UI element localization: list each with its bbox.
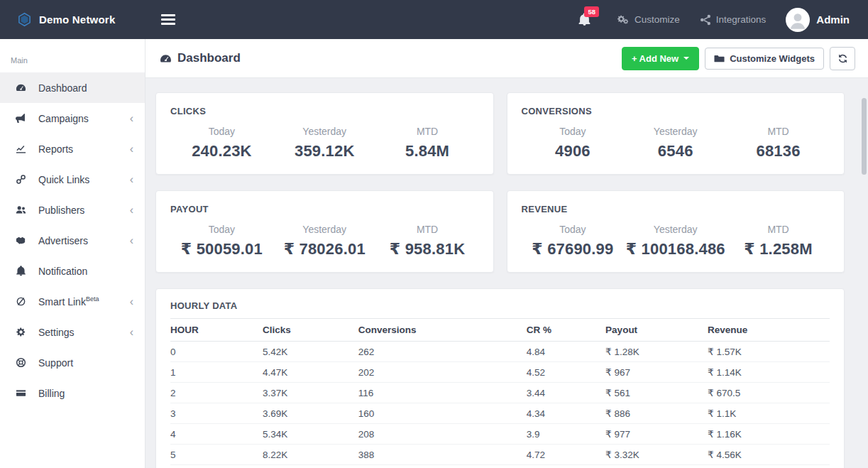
users-icon [15,205,27,215]
bell-icon [15,266,27,276]
customize-link[interactable]: Customize [617,14,680,25]
stat-col-today: Today₹ 67690.99 [522,224,625,259]
table-cell: 202 [358,362,527,383]
table-cell: ₹ 977 [605,424,708,445]
stat-card-title: CLICKS [170,106,479,116]
sidebar-item-smart-link[interactable]: Smart LinkBeta‹ [0,286,145,317]
add-new-button[interactable]: + Add New [622,47,699,70]
table-body: 05.42K2624.84₹ 1.28K₹ 1.57K14.47K2024.52… [170,342,830,468]
sidebar-item-reports[interactable]: Reports‹ [0,134,145,164]
column-header-payout: Payout [605,319,708,342]
table-cell: 262 [358,342,527,362]
notifications-button[interactable]: 58 [578,13,591,26]
sidebar-item-settings[interactable]: Settings‹ [0,317,145,347]
table-cell: 5.42K [263,342,358,362]
table-cell: 388 [358,445,527,465]
table-row: 58.22K3884.72₹ 3.32K₹ 4.56K [170,445,830,465]
stat-label: Yesterday [273,126,376,137]
column-header-conversions: Conversions [358,319,527,342]
gear-icon [15,327,27,337]
sidebar-item-support[interactable]: Support [0,347,145,378]
refresh-button[interactable] [830,47,855,70]
user-menu[interactable]: Admin [786,8,850,32]
sidebar-item-advertisers[interactable]: Advertisers‹ [0,225,145,256]
stat-col-yesterday: Yesterday6546 [624,126,727,160]
table-cell: 5 [170,445,263,465]
stat-value: ₹ 78026.01 [273,240,376,259]
table-cell: ₹ 561 [605,383,708,403]
stat-value: ₹ 100168.486 [624,240,727,259]
stat-col-mtd: MTD₹ 958.81K [376,224,479,259]
column-header-revenue: Revenue [708,319,830,342]
main: Dashboard + Add New Customize Widgets [145,39,868,468]
sidebar-item-label: Advertisers [38,235,88,246]
table-cell: 3.37K [263,383,358,403]
table-cell: 3.44 [527,383,605,403]
table-cell: 116 [358,383,527,403]
lifering-icon [15,357,27,368]
table-cell: 4.34 [527,403,605,424]
integrations-link[interactable]: Integrations [700,14,767,26]
table-cell: 0 [170,342,263,362]
table-cell: ₹ 1.14K [708,362,830,383]
menu-toggle-icon[interactable] [157,10,180,29]
table-cell: 208 [358,424,527,445]
stat-value: ₹ 958.81K [376,240,479,259]
sidebar-item-dashboard[interactable]: Dashboard [0,72,145,103]
scrollbar-thumb[interactable] [862,98,867,175]
table-cell: ₹ 1.57K [708,342,830,362]
table-cell: 8.22K [263,445,358,465]
sidebar-item-billing[interactable]: Billing [0,378,145,408]
table-cell: ₹ 967 [605,362,708,383]
stat-label: Yesterday [624,126,727,137]
chevron-left-icon: ‹ [130,205,133,216]
sidebar-item-quick-links[interactable]: Quick Links‹ [0,164,145,195]
hourly-data-title: HOURLY DATA [170,300,830,311]
stat-col-today: Today₹ 50059.01 [170,224,273,259]
brand[interactable]: Demo Network [0,12,145,27]
table-row: 14.47K2024.52₹ 967₹ 1.14K [170,362,830,383]
table-cell: ₹ 886 [605,403,708,424]
sidebar-item-label: Smart LinkBeta [38,295,99,308]
sidebar-item-notification[interactable]: Notification [0,256,145,286]
navbar-right: 58 Customize Integrations Admin [578,8,868,32]
sidebar-item-label: Campaigns [38,113,89,124]
table-cell: 21.2K [263,465,358,468]
table-cell: ₹ 2.23K [708,465,830,468]
table-row: 05.42K2624.84₹ 1.28K₹ 1.57K [170,342,830,362]
table-cell: ₹ 1.1K [708,403,830,424]
table-row: 23.37K1163.44₹ 561₹ 670.5 [170,383,830,403]
table-header-row: HOURClicksConversionsCR %PayoutRevenue [170,319,830,342]
table-cell: 1 [170,362,263,383]
table-cell: 2.54 [527,465,605,468]
caret-down-icon [683,57,689,60]
stat-value: 4906 [522,142,625,160]
stat-card-revenue: REVENUEToday₹ 67690.99Yesterday₹ 100168.… [507,190,845,273]
table-cell: ₹ 1.53K [605,465,708,468]
credit-card-icon [15,388,27,398]
stat-label: Yesterday [624,224,727,235]
table-cell: 3.69K [263,403,358,424]
sidebar-item-campaigns[interactable]: Campaigns‹ [0,103,145,134]
sidebar-item-publishers[interactable]: Publishers‹ [0,195,145,225]
stat-col-yesterday: Yesterday₹ 100168.486 [624,224,727,259]
sidebar-items: DashboardCampaigns‹Reports‹Quick Links‹P… [0,72,145,408]
megaphone-icon [15,113,27,124]
table-cell: ₹ 1.16K [708,424,830,445]
stat-label: MTD [727,126,830,137]
customize-widgets-button[interactable]: Customize Widgets [705,48,824,70]
brand-name: Demo Network [39,13,115,26]
table-cell: ₹ 4.56K [708,445,830,465]
stat-card-conversions: CONVERSIONSToday4906Yesterday6546MTD6813… [507,92,845,175]
sidebar-item-label: Support [38,357,73,369]
table-cell: 6 [170,465,263,468]
stat-card-payout: PAYOUTToday₹ 50059.01Yesterday₹ 78026.01… [155,190,494,273]
stat-col-mtd: MTD68136 [727,126,830,160]
brand-logo-icon [17,12,32,27]
sidebar-item-label: Publishers [38,205,84,216]
hourly-table: HOURClicksConversionsCR %PayoutRevenue 0… [170,318,830,468]
stat-col-yesterday: Yesterday₹ 78026.01 [273,224,376,259]
stat-value: 6546 [624,142,727,160]
chevron-left-icon: ‹ [130,235,133,246]
stat-value: ₹ 67690.99 [522,240,625,259]
